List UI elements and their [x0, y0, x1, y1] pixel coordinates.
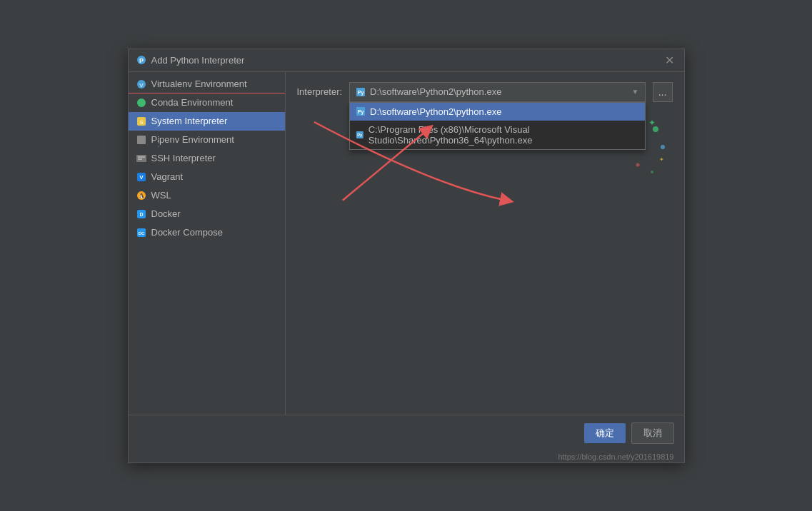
- dialog-title-icon: P: [136, 54, 147, 66]
- dialog-body: V Virtualenv Environment Conda Environme…: [129, 72, 684, 415]
- resize-dot-2: [158, 142, 159, 143]
- docker-compose-icon: DC: [136, 227, 147, 238]
- interpreter-row: Interpreter: Py D:\software\Python2\pyth…: [297, 82, 673, 102]
- sidebar-item-docker[interactable]: D Docker: [129, 205, 285, 223]
- sidebar-item-conda[interactable]: Conda Environment: [129, 93, 285, 112]
- sidebar-item-wsl[interactable]: 🐧 WSL: [129, 186, 285, 205]
- interpreter-label: Interpreter:: [297, 86, 343, 97]
- svg-text:DC: DC: [138, 231, 144, 236]
- sidebar-item-label: Pipenv Environment: [151, 134, 234, 145]
- svg-text:V: V: [139, 82, 144, 88]
- sidebar-item-vagrant[interactable]: V Vagrant: [129, 168, 285, 186]
- sidebar-item-ssh[interactable]: SSH Interpreter: [129, 149, 285, 168]
- svg-text:✦: ✦: [648, 118, 656, 128]
- svg-rect-7: [137, 136, 146, 144]
- cancel-button[interactable]: 取消: [631, 423, 674, 444]
- add-interpreter-dialog: P Add Python Interpreter ✕ V Virtualenv …: [128, 49, 685, 463]
- sidebar-item-label: WSL: [151, 190, 171, 201]
- svg-text:S: S: [139, 119, 143, 126]
- titlebar: P Add Python Interpreter ✕: [129, 49, 684, 72]
- sidebar-item-label: Docker: [151, 208, 181, 219]
- titlebar-left: P Add Python Interpreter: [136, 54, 245, 66]
- svg-text:🐧: 🐧: [138, 193, 144, 199]
- sidebar-item-label: Docker Compose: [151, 227, 223, 238]
- ssh-icon: [136, 153, 147, 164]
- svg-point-25: [653, 126, 658, 132]
- main-content: Interpreter: Py D:\software\Python2\pyth…: [286, 72, 684, 415]
- svg-point-32: [651, 171, 653, 173]
- sidebar: V Virtualenv Environment Conda Environme…: [129, 72, 286, 415]
- dropdown-item-0-value: D:\software\Python2\python.exe: [370, 106, 501, 117]
- svg-text:Py: Py: [358, 90, 364, 96]
- svg-text:V: V: [139, 174, 144, 181]
- resize-handle[interactable]: [156, 132, 161, 153]
- svg-text:P: P: [139, 57, 143, 64]
- sidebar-item-label: Conda Environment: [151, 97, 234, 108]
- svg-text:✦: ✦: [659, 156, 664, 163]
- svg-point-4: [137, 98, 146, 107]
- interpreter-dropdown-list: Py D:\software\Python2\python.exe Py C:\…: [349, 102, 645, 150]
- sidebar-item-label: Vagrant: [151, 171, 184, 182]
- virtualenv-icon: V: [136, 79, 147, 90]
- interpreter-select-text: Py D:\software\Python2\python.exe: [356, 86, 501, 97]
- svg-point-31: [636, 163, 639, 166]
- svg-rect-10: [138, 158, 142, 160]
- dropdown-item-0[interactable]: Py D:\software\Python2\python.exe: [350, 103, 644, 121]
- sidebar-item-docker-compose[interactable]: DC Docker Compose: [129, 223, 285, 242]
- sidebar-item-pipenv[interactable]: Pipenv Environment: [129, 131, 285, 149]
- interpreter-select[interactable]: Py D:\software\Python2\python.exe ▼: [349, 82, 645, 102]
- dropdown-arrow-icon: ▼: [632, 88, 639, 96]
- resize-dot-1: [158, 138, 159, 140]
- dialog-title: Add Python Interpreter: [151, 55, 245, 66]
- conda-icon: [136, 97, 147, 108]
- dropdown-item-1[interactable]: Py C:\Program Files (x86)\Microsoft Visu…: [350, 121, 644, 149]
- python-file-icon-0: Py: [356, 106, 366, 116]
- svg-rect-9: [138, 156, 145, 158]
- sidebar-item-virtualenv[interactable]: V Virtualenv Environment: [129, 75, 285, 93]
- svg-text:Py: Py: [357, 133, 363, 137]
- sidebar-item-label: Virtualenv Environment: [151, 79, 247, 89]
- sidebar-item-label: System Interpreter: [151, 116, 228, 126]
- svg-text:Py: Py: [358, 109, 364, 115]
- sidebar-item-system[interactable]: S System Interpreter: [129, 112, 285, 131]
- selected-interpreter-value: D:\software\Python2\python.exe: [370, 86, 501, 97]
- confirm-button[interactable]: 确定: [584, 423, 626, 443]
- dialog-footer: 确定 取消: [129, 415, 684, 451]
- python-file-icon-1: Py: [356, 130, 364, 140]
- close-button[interactable]: ✕: [663, 53, 677, 67]
- sidebar-item-label: SSH Interpreter: [151, 153, 216, 163]
- resize-dot-3: [158, 146, 159, 147]
- docker-icon: D: [136, 208, 147, 220]
- system-icon: S: [136, 116, 147, 127]
- pipenv-icon: [136, 134, 147, 146]
- svg-text:D: D: [139, 212, 143, 217]
- svg-point-27: [661, 145, 665, 149]
- browse-button[interactable]: ...: [653, 82, 673, 102]
- wsl-icon: 🐧: [136, 190, 147, 201]
- vagrant-icon: V: [136, 171, 147, 183]
- interpreter-dropdown-wrapper: Py D:\software\Python2\python.exe ▼ Py: [349, 82, 645, 102]
- python-file-icon: Py: [356, 87, 366, 97]
- dropdown-item-1-value: C:\Program Files (x86)\Microsoft Visual …: [369, 124, 639, 146]
- footer-url: https://blog.csdn.net/y201619819: [129, 451, 684, 462]
